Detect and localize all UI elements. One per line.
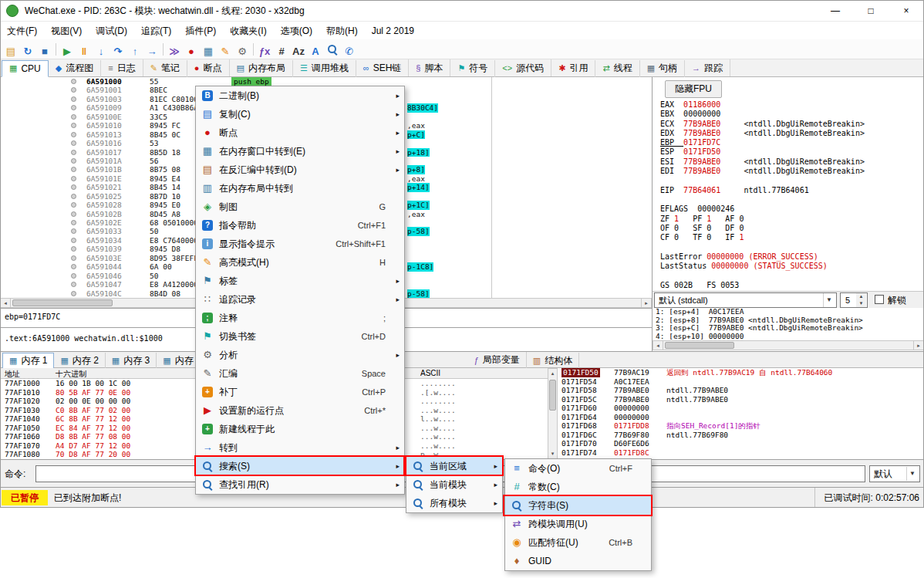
breakpoint-dot[interactable] [71,246,76,252]
search-scope-current-module[interactable]: 当前模块▸ [406,475,502,494]
run-to-cursor-icon[interactable]: → [143,43,160,60]
animate-icon[interactable]: ≫ [166,43,183,60]
stack-row[interactable]: 0171FD740171FD8C [558,448,924,458]
breakpoint-dot[interactable] [71,140,76,146]
command-type-select[interactable]: 默认▼ [869,465,920,482]
stack-row[interactable]: 0171FD70D60FE6D6 [558,439,924,448]
breakpoint-dot[interactable] [71,238,76,243]
step-into-icon[interactable]: ↓ [93,43,110,60]
register-row[interactable]: ESP 0171FD50 [653,147,924,157]
dock-tab-内存 1[interactable]: ▦内存 1 [2,353,54,369]
register-row[interactable]: LastError 00000000 (ERROR_SUCCESS) [653,252,924,262]
stack-row[interactable]: 0171FD6000000000 [558,404,924,413]
spinner-down-icon[interactable]: ▼ [856,300,866,307]
minimize-button[interactable]: — [818,0,853,22]
menubar-item-1[interactable]: 文件(F) [0,22,44,41]
breakpoint-dot[interactable] [71,105,76,110]
register-row[interactable]: ESI 77B9ABE0 <ntdll.DbgUiRemoteBreakin> [653,157,924,167]
register-row[interactable]: EFLAGS 00000246 [653,204,924,214]
strings-az-icon[interactable]: Az [290,43,307,60]
dock-tab-内存 3[interactable]: ▦内存 3 [106,353,157,369]
ctx-label[interactable]: ⚑标签▸ [196,272,404,290]
hash-icon[interactable]: # [273,43,290,60]
ctx-goto-disassembly[interactable]: ▤在反汇编中转到(D)▸ [196,161,404,179]
breakpoint-dot[interactable] [71,291,76,296]
argument-row-3[interactable]: 3: [esp+C] 77B9ABE0 <ntdll.DbgUiRemoteBr… [653,324,924,333]
run-icon[interactable]: ▶ [59,43,76,60]
register-row[interactable]: EAX 01186000 [653,100,924,110]
settings-gear-icon[interactable]: ⚙ [234,43,251,60]
breakpoint-dot[interactable] [71,176,76,181]
tab-script[interactable]: §脚本 [409,59,450,76]
maximize-button[interactable]: □ [853,0,889,22]
breakpoint-dot[interactable] [71,150,76,155]
args-count-spinner[interactable]: 5 ▲ ▼ [840,292,868,308]
scroll-up-arrow-icon[interactable]: ▴ [548,369,557,378]
attach-phone-icon[interactable]: ✆ [341,43,358,60]
tab-trace[interactable]: →跟踪 [685,59,730,76]
breakpoint-toggle-icon[interactable]: ● [183,43,200,60]
argument-row-1[interactable]: 1: [esp+4] A0C17EEA [653,308,924,316]
search-icon[interactable] [324,41,341,58]
dock-tab-内存 2[interactable]: ▦内存 2 [54,353,105,369]
open-file-icon[interactable]: ▤ [2,43,19,60]
breakpoint-dot[interactable] [71,220,76,225]
search-for-string[interactable]: 字符串(S) [505,496,651,515]
scroll-thumb[interactable] [12,299,113,306]
tab-references[interactable]: ✱引用 [551,60,595,77]
find-symbol-icon[interactable]: A [307,43,324,60]
register-row[interactable]: EBP 0171FD7C [653,138,924,147]
search-scope-all-modules[interactable]: 所有模块▸ [406,494,502,512]
tab-threads[interactable]: ⇄线程 [595,60,639,77]
search-for-command[interactable]: ≡命令(O)Ctrl+F [505,459,651,478]
ctx-search[interactable]: 搜索(S)▸ [196,457,404,475]
calling-convention-select[interactable]: 默认 (stdcall)▼ [654,292,837,308]
stack-row[interactable]: 0171FD680171FDD8指向SEH_Record[1]的指针 [558,421,924,431]
tab-source[interactable]: <>源代码 [495,59,551,76]
memory-map-icon[interactable]: ▦ [200,43,217,60]
search-scope-current-region[interactable]: 当前区域▸ [406,457,502,475]
step-out-icon[interactable]: ↑ [126,43,143,60]
ctx-assemble[interactable]: ✎汇编Space [196,364,404,383]
close-button[interactable]: × [889,0,924,22]
register-row[interactable]: EBX 00000000 [653,110,924,119]
stack-row[interactable]: 0171FD5C77B9ABE0ntdll.77B9ABE0 [558,395,924,404]
register-row[interactable]: OF 0 SF 0 DF 0 [653,224,924,233]
breakpoint-dot[interactable] [71,228,76,234]
breakpoint-dot[interactable] [71,87,76,93]
stack-row[interactable]: 0171FD54A0C17EEA [558,377,924,387]
scroll-thumb[interactable] [665,342,734,349]
dump-vscrollbar[interactable]: ▴ ▾ [548,368,558,459]
menubar-item-9[interactable]: Jul 2 2019 [365,22,421,39]
highlight-pen-icon[interactable]: ✎ [217,43,234,60]
ctx-patch[interactable]: +补丁Ctrl+P [196,383,404,401]
register-row[interactable] [653,195,924,204]
tab-symbols[interactable]: ⚑符号 [450,60,495,77]
breakpoint-dot[interactable] [71,184,76,190]
scroll-left-arrow-icon[interactable]: ◂ [1,299,11,307]
search-for-guid[interactable]: ♦GUID [505,552,651,570]
arguments-hscrollbar[interactable]: ◂ ▸ [653,340,924,350]
stack-row[interactable]: 0171FD5077B9AC19返回到 ntdll.77B9AC19 自 ntd… [558,368,924,377]
register-row[interactable]: ECX 77B9ABE0 <ntdll.DbgUiRemoteBreakin> [653,120,924,129]
menubar-item-6[interactable]: 收藏夹(I) [223,22,273,41]
ctx-binary[interactable]: B二进制(B)▸ [196,86,404,105]
tab-notes[interactable]: ✎笔记 [143,60,187,77]
register-row[interactable]: EDX 77B9ABE0 <ntdll.DbgUiRemoteBreakin> [653,129,924,138]
breakpoint-dot[interactable] [71,132,76,137]
argument-row-4[interactable]: 4: [esp+10] 00000000 [653,333,924,341]
search-for-pattern[interactable]: ◉匹配特征(U)Ctrl+B [505,533,651,552]
register-row[interactable]: EDI 77B9ABE0 <ntdll.DbgUiRemoteBreakin> [653,167,924,176]
register-row[interactable]: EIP 77B64061 ntdll.77B64061 [653,186,924,195]
stack-row[interactable]: 0171FD5877B9ABE0ntdll.77B9ABE0 [558,386,924,395]
tab-handles[interactable]: ▦句柄 [640,60,685,77]
register-row[interactable] [653,176,924,185]
unlock-checkbox[interactable] [875,295,884,304]
breakpoint-dot[interactable] [71,282,76,287]
scroll-right-arrow-icon[interactable]: ▸ [641,299,651,307]
tab-callstack[interactable]: ☰调用堆栈 [293,60,356,77]
breakpoint-dot[interactable] [71,79,76,84]
breakpoint-dot[interactable] [71,264,76,269]
ctx-comment[interactable]: ;注释; [196,309,404,327]
register-row[interactable]: LastStatus 00000000 (STATUS_SUCCESS) [653,262,924,271]
